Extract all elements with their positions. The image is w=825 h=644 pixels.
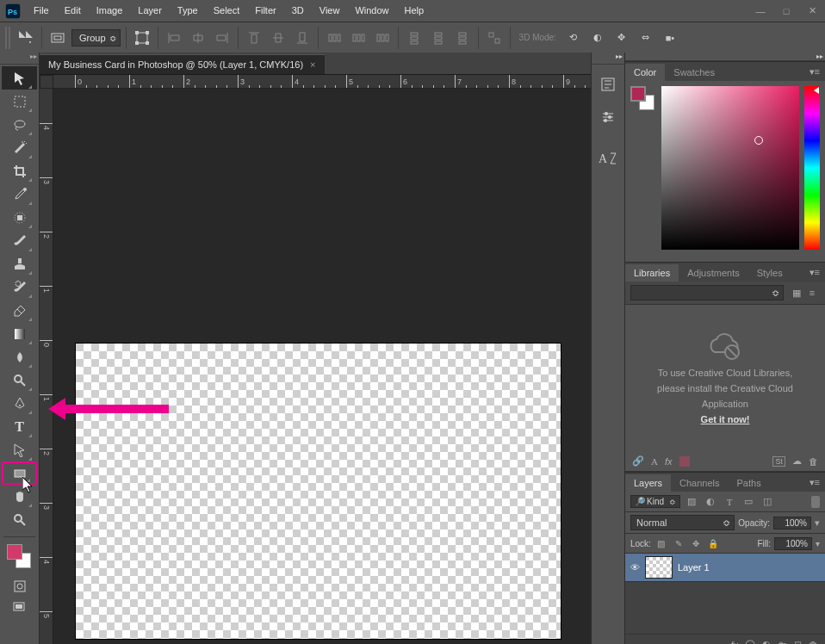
ruler-horizontal[interactable]: 0123456789	[53, 75, 591, 89]
menu-select[interactable]: Select	[206, 0, 248, 22]
link-layers-icon[interactable]: ⫘	[714, 640, 723, 645]
history-panel-icon[interactable]	[595, 71, 621, 97]
lib-color-icon[interactable]	[679, 456, 690, 467]
align-right-icon[interactable]	[212, 28, 233, 48]
menu-3d[interactable]: 3D	[284, 0, 312, 22]
lib-type-icon[interactable]: A	[651, 456, 658, 467]
lasso-tool[interactable]	[2, 113, 37, 136]
menu-edit[interactable]: Edit	[57, 0, 89, 22]
filter-type-icon[interactable]: T	[722, 494, 737, 510]
new-layer-icon[interactable]: ◻	[794, 639, 802, 644]
panels-collapse-icon[interactable]: ▸▸	[816, 53, 823, 60]
magic-wand-tool[interactable]	[2, 136, 37, 159]
rectangle-tool[interactable]	[2, 461, 37, 485]
dist-left-icon[interactable]	[324, 28, 344, 48]
align-center-h-icon[interactable]	[188, 28, 208, 48]
dock-expand-icon[interactable]: ▸▸	[616, 53, 623, 64]
menu-window[interactable]: Window	[347, 0, 396, 22]
adjustment-layer-icon[interactable]: ◐	[762, 639, 771, 644]
get-it-now-link[interactable]: Get it now!	[701, 414, 750, 424]
fill-value[interactable]: 100%	[774, 537, 812, 550]
layer-mask-icon[interactable]: ◯	[745, 639, 755, 644]
color-field[interactable]	[661, 86, 799, 250]
properties-panel-icon[interactable]	[595, 104, 621, 130]
layer-visibility-icon[interactable]: 👁	[630, 562, 640, 573]
brush-tool[interactable]	[2, 229, 37, 252]
libraries-panel-menu-icon[interactable]: ▾≡	[804, 263, 825, 282]
dist-center-v-icon[interactable]	[428, 28, 449, 48]
dist-center-h-icon[interactable]	[348, 28, 369, 48]
filter-adjustment-icon[interactable]: ◐	[703, 494, 718, 510]
opacity-value[interactable]: 100%	[773, 517, 811, 529]
tab-close-icon[interactable]: ×	[310, 59, 315, 70]
ruler-origin[interactable]	[40, 75, 53, 89]
foreground-color-swatch[interactable]	[7, 544, 22, 560]
layer-row[interactable]: 👁 Layer 1	[625, 554, 825, 582]
maximize-button[interactable]: □	[773, 2, 799, 21]
blend-mode-dropdown[interactable]: Normal	[630, 515, 735, 530]
menu-filter[interactable]: Filter	[247, 0, 283, 22]
layer-thumbnail[interactable]	[645, 556, 673, 579]
libraries-dropdown[interactable]	[630, 285, 784, 300]
channels-tab[interactable]: Channels	[671, 474, 728, 492]
eraser-tool[interactable]	[2, 299, 37, 322]
pen-tool[interactable]	[2, 392, 37, 415]
path-selection-tool[interactable]	[2, 438, 37, 461]
blur-tool[interactable]	[2, 345, 37, 368]
paths-tab[interactable]: Paths	[729, 474, 770, 492]
styles-tab[interactable]: Styles	[748, 264, 791, 282]
dist-bottom-icon[interactable]	[452, 28, 473, 48]
3d-slide-icon[interactable]: ⇔	[636, 28, 656, 48]
lib-st-icon[interactable]: St	[772, 456, 785, 467]
transform-controls-icon[interactable]	[132, 28, 152, 48]
layers-tab[interactable]: Layers	[625, 474, 671, 492]
minimize-button[interactable]: ―	[747, 2, 773, 21]
fill-dropdown-icon[interactable]: ▾	[816, 539, 820, 548]
crop-tool[interactable]	[2, 159, 37, 183]
libraries-tab[interactable]: Libraries	[625, 264, 679, 282]
list-view-icon[interactable]: ≡	[804, 285, 820, 300]
menu-view[interactable]: View	[312, 0, 348, 22]
menu-layer[interactable]: Layer	[130, 0, 170, 22]
color-panel-menu-icon[interactable]: ▾≡	[804, 63, 825, 81]
hue-slider[interactable]	[804, 86, 820, 250]
opacity-dropdown-icon[interactable]: ▾	[815, 517, 820, 529]
align-bottom-icon[interactable]	[292, 28, 313, 48]
swatches-tab[interactable]: Swatches	[665, 64, 723, 81]
auto-select-dropdown[interactable]: Group	[71, 29, 121, 46]
layers-empty-area[interactable]	[625, 582, 825, 634]
color-tab[interactable]: Color	[625, 64, 665, 81]
align-center-v-icon[interactable]	[268, 28, 288, 48]
3d-pan-icon[interactable]: ✥	[611, 28, 632, 48]
lock-transparent-icon[interactable]: ▨	[654, 536, 668, 550]
layer-filter-kind-dropdown[interactable]: 🔎Kind	[630, 495, 680, 508]
lock-pixels-icon[interactable]: ✎	[672, 536, 685, 550]
move-tool[interactable]	[2, 66, 37, 90]
lock-position-icon[interactable]: ✥	[689, 536, 703, 550]
layer-group-icon[interactable]: 🗀	[778, 640, 787, 645]
lib-fx-icon[interactable]: fx	[665, 456, 673, 467]
adjustments-tab[interactable]: Adjustments	[679, 264, 748, 282]
auto-align-icon[interactable]	[484, 28, 505, 48]
3d-orbit-icon[interactable]: ⟲	[563, 28, 584, 48]
lib-delete-icon[interactable]: 🗑	[809, 456, 818, 467]
lib-cloud-icon[interactable]: ☁	[792, 455, 802, 467]
menu-type[interactable]: Type	[170, 0, 206, 22]
auto-select-icon[interactable]	[47, 28, 68, 48]
color-swatches[interactable]	[0, 541, 39, 575]
tool-preset-icon[interactable]	[16, 28, 36, 48]
hue-indicator[interactable]	[814, 87, 819, 94]
mini-foreground-swatch[interactable]	[630, 86, 646, 102]
tools-collapse-icon[interactable]: ▸▸	[30, 53, 37, 64]
hand-tool[interactable]	[2, 485, 37, 508]
history-brush-tool[interactable]	[2, 276, 37, 299]
dist-right-icon[interactable]	[372, 28, 393, 48]
filter-pixel-icon[interactable]: ▨	[684, 494, 699, 510]
marquee-tool[interactable]	[2, 90, 37, 113]
menu-image[interactable]: Image	[89, 0, 131, 22]
color-picker-indicator[interactable]	[754, 136, 763, 145]
spot-healing-tool[interactable]	[2, 206, 37, 229]
layer-fx-icon[interactable]: fx	[730, 640, 738, 645]
filter-toggle[interactable]	[811, 496, 820, 508]
filter-smart-icon[interactable]: ◫	[760, 494, 775, 510]
